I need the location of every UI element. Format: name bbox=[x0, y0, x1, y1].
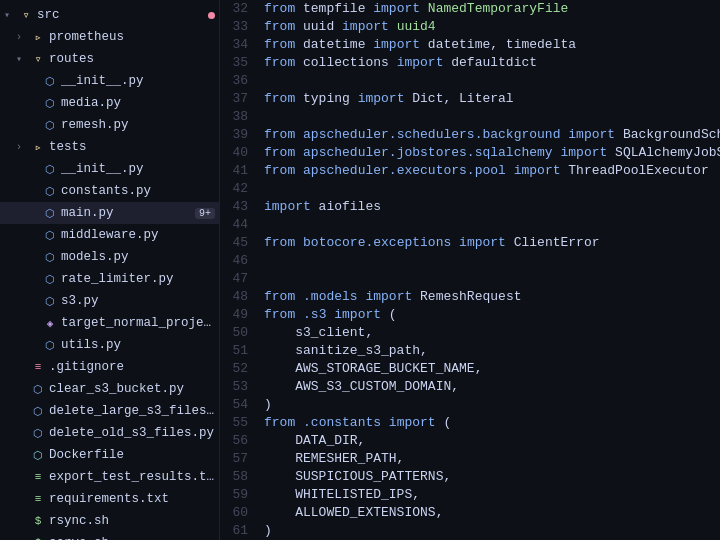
sidebar-item-label: delete_old_s3_files.py bbox=[49, 426, 215, 440]
sidebar-item-label: models.py bbox=[61, 250, 215, 264]
sidebar-item-label: requirements.txt bbox=[49, 492, 215, 506]
sidebar-item-gitignore[interactable]: ≡.gitignore bbox=[0, 356, 219, 378]
sidebar-item-constants_py[interactable]: ⬡constants.py bbox=[0, 180, 219, 202]
sidebar-item-main_py[interactable]: ⬡main.py9+ bbox=[0, 202, 219, 224]
token: import bbox=[264, 199, 311, 214]
line-number-44: 44 bbox=[228, 216, 248, 234]
token: typing bbox=[295, 91, 357, 106]
sidebar-item-remesh_py[interactable]: ⬡remesh.py bbox=[0, 114, 219, 136]
sidebar-item-init_routes[interactable]: ⬡__init__.py bbox=[0, 70, 219, 92]
token: from bbox=[264, 55, 295, 70]
line-number-58: 58 bbox=[228, 468, 248, 486]
sidebar-item-serve_sh[interactable]: $serve.sh bbox=[0, 532, 219, 540]
code-line-42 bbox=[264, 180, 720, 198]
sidebar-item-routes[interactable]: ▿ routes bbox=[0, 48, 219, 70]
line-number-47: 47 bbox=[228, 270, 248, 288]
sidebar-item-label: rsync.sh bbox=[49, 514, 215, 528]
sidebar-item-models_py[interactable]: ⬡models.py bbox=[0, 246, 219, 268]
token: .s3 bbox=[303, 307, 326, 322]
sidebar-item-tests[interactable]: ▹ tests bbox=[0, 136, 219, 158]
token: apscheduler.schedulers.background bbox=[303, 127, 560, 142]
code-line-40: from apscheduler.jobstores.sqlalchemy im… bbox=[264, 144, 720, 162]
sidebar-item-delete_large[interactable]: ⬡delete_large_s3_files.py bbox=[0, 400, 219, 422]
folder-arrow bbox=[16, 142, 30, 153]
sidebar-item-label: tests bbox=[49, 140, 215, 154]
token bbox=[420, 1, 428, 16]
line-number-37: 37 bbox=[228, 90, 248, 108]
sidebar-item-requirements[interactable]: ≡requirements.txt bbox=[0, 488, 219, 510]
token: botocore.exceptions bbox=[303, 235, 451, 250]
token: AWS_STORAGE_BUCKET_NAME, bbox=[264, 361, 482, 376]
code-line-38 bbox=[264, 108, 720, 126]
sidebar-item-middleware_py[interactable]: ⬡middleware.py bbox=[0, 224, 219, 246]
token: collections bbox=[295, 55, 396, 70]
token bbox=[295, 289, 303, 304]
token: import bbox=[397, 55, 444, 70]
line-number-36: 36 bbox=[228, 72, 248, 90]
sidebar-item-src[interactable]: ▿ src bbox=[0, 4, 219, 26]
sidebar-item-export_test[interactable]: ≡export_test_results.txt bbox=[0, 466, 219, 488]
token: ( bbox=[436, 415, 452, 430]
line-number-48: 48 bbox=[228, 288, 248, 306]
token: WHITELISTED_IPS, bbox=[264, 487, 420, 502]
line-number-46: 46 bbox=[228, 252, 248, 270]
sidebar-item-target_blend[interactable]: ◈target_normal_project.blend bbox=[0, 312, 219, 334]
sidebar-item-label: src bbox=[37, 8, 208, 22]
sidebar-item-label: middleware.py bbox=[61, 228, 215, 242]
line-numbers: 3233343536373839404142434445464748495051… bbox=[220, 0, 256, 540]
sidebar-item-prometheus[interactable]: ▹ prometheus bbox=[0, 26, 219, 48]
token bbox=[295, 415, 303, 430]
code-line-61: ) bbox=[264, 522, 720, 540]
token: sanitize_s3_path, bbox=[264, 343, 428, 358]
sidebar-item-utils_py[interactable]: ⬡utils.py bbox=[0, 334, 219, 356]
token: uuid4 bbox=[397, 19, 436, 34]
sidebar-item-delete_old[interactable]: ⬡delete_old_s3_files.py bbox=[0, 422, 219, 444]
token: import bbox=[373, 37, 420, 52]
sidebar-item-dockerfile[interactable]: ⬡Dockerfile bbox=[0, 444, 219, 466]
token: .constants bbox=[303, 415, 381, 430]
sidebar-item-label: rate_limiter.py bbox=[61, 272, 215, 286]
sidebar-item-label: remesh.py bbox=[61, 118, 215, 132]
code-line-57: REMESHER_PATH, bbox=[264, 450, 720, 468]
line-number-57: 57 bbox=[228, 450, 248, 468]
sidebar-item-clear_s3[interactable]: ⬡clear_s3_bucket.py bbox=[0, 378, 219, 400]
line-number-45: 45 bbox=[228, 234, 248, 252]
sidebar-item-rate_limiter_py[interactable]: ⬡rate_limiter.py bbox=[0, 268, 219, 290]
code-line-43: import aiofiles bbox=[264, 198, 720, 216]
folder-arrow bbox=[16, 53, 30, 65]
token: DATA_DIR, bbox=[264, 433, 365, 448]
code-line-45: from botocore.exceptions import ClientEr… bbox=[264, 234, 720, 252]
line-number-59: 59 bbox=[228, 486, 248, 504]
code-line-50: s3_client, bbox=[264, 324, 720, 342]
token: from bbox=[264, 307, 295, 322]
sidebar-item-media_py[interactable]: ⬡media.py bbox=[0, 92, 219, 114]
line-number-52: 52 bbox=[228, 360, 248, 378]
line-number-35: 35 bbox=[228, 54, 248, 72]
code-line-54: ) bbox=[264, 396, 720, 414]
sidebar-item-s3_py[interactable]: ⬡s3.py bbox=[0, 290, 219, 312]
token: import bbox=[514, 163, 561, 178]
sidebar-item-init_py[interactable]: ⬡__init__.py bbox=[0, 158, 219, 180]
token: import bbox=[365, 289, 412, 304]
line-number-41: 41 bbox=[228, 162, 248, 180]
line-number-51: 51 bbox=[228, 342, 248, 360]
token: ClientError bbox=[506, 235, 600, 250]
code-line-36 bbox=[264, 72, 720, 90]
token bbox=[295, 307, 303, 322]
token: from bbox=[264, 415, 295, 430]
token: NamedTemporaryFile bbox=[428, 1, 568, 16]
line-number-61: 61 bbox=[228, 522, 248, 540]
token: ALLOWED_EXTENSIONS, bbox=[264, 505, 443, 520]
sidebar-item-rsync_sh[interactable]: $rsync.sh bbox=[0, 510, 219, 532]
token: from bbox=[264, 163, 295, 178]
sidebar-item-label: utils.py bbox=[61, 338, 215, 352]
line-number-49: 49 bbox=[228, 306, 248, 324]
token bbox=[295, 127, 303, 142]
sidebar-item-label: s3.py bbox=[61, 294, 215, 308]
token: tempfile bbox=[295, 1, 373, 16]
token bbox=[451, 235, 459, 250]
token: from bbox=[264, 235, 295, 250]
code-line-35: from collections import defaultdict bbox=[264, 54, 720, 72]
code-line-60: ALLOWED_EXTENSIONS, bbox=[264, 504, 720, 522]
code-line-59: WHITELISTED_IPS, bbox=[264, 486, 720, 504]
